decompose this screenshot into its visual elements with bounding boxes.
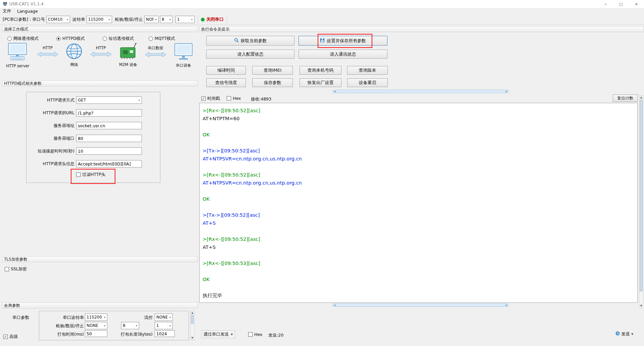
annotation-box-filter-http-checkbox [71, 169, 115, 184]
query-version-button[interactable]: 查询版本 [347, 66, 388, 75]
menu-language[interactable]: Language [17, 9, 38, 14]
scrollbar-thumb[interactable] [640, 100, 643, 291]
baud-select[interactable]: 115200 ▾ [87, 16, 112, 23]
server-address-input[interactable] [76, 122, 142, 129]
log-horizontal-scrollbar-bottom[interactable]: ◄ ► [333, 303, 508, 307]
mode-diagram: HTTP server HTTP 网络 HTTP M2M 设备 串口数据 串口设… [5, 43, 195, 76]
baud-label: 波特率 [72, 17, 85, 22]
toolbar-separator [227, 15, 227, 23]
parity-select[interactable]: NONE ▾ [144, 16, 159, 23]
query-imei-button[interactable]: 查询IMEI [252, 66, 293, 75]
global-databits-select[interactable]: 8 ▾ [121, 322, 139, 329]
scroll-up-icon[interactable]: ▲ [191, 311, 194, 315]
stopbits-select[interactable]: 1 ▾ [175, 16, 195, 23]
m2m-device-icon [119, 43, 137, 61]
minimize-icon[interactable]: ─ [598, 0, 613, 8]
scroll-left-icon[interactable]: ◄ [334, 304, 335, 306]
diagram-link-http-1: HTTP [37, 43, 58, 59]
menu-file[interactable]: 文件 [3, 8, 11, 14]
maximize-icon[interactable]: □ [613, 0, 629, 8]
diagram-link-http-2: HTTP [90, 43, 112, 59]
com-port-select[interactable]: COM10 ▾ [46, 16, 70, 23]
scroll-down-icon[interactable]: ▼ [639, 304, 643, 308]
send-via-serial-dropdown[interactable]: 通过串口发送 ▼ [201, 330, 235, 338]
window-controls: ─ □ × [598, 0, 644, 8]
menu-bar: 文件 Language [0, 8, 644, 14]
save-params-button[interactable]: 保存参数 [252, 78, 293, 87]
ssl-encrypt-checkbox[interactable]: SSL加密 [5, 266, 27, 272]
checkbox-unchecked-icon [227, 96, 231, 100]
query-build-time-button[interactable]: 编译时间 [206, 66, 246, 75]
log-output[interactable]: >[Rx<-][09:50:52][asc]AT+NTPTM=60 OK >[T… [199, 103, 638, 303]
title-bar: USR-CAT1 V1.1.4 ─ □ × [0, 0, 644, 8]
server-port-input[interactable] [76, 135, 142, 142]
radio-httpd-mode[interactable]: HTTPD模式 [56, 36, 85, 42]
http-method-select[interactable]: GET ▾ [76, 96, 142, 104]
get-current-params-button[interactable]: 获取当前参数 [206, 36, 294, 46]
section-header-httpd-params: HTTPD模式相关参数 [2, 80, 198, 86]
send-button[interactable]: 发送 ▼ [613, 330, 636, 338]
log-line: AT+NTPSVR=cn.ntp.org.cn,us.ntp.org.cn [203, 155, 637, 163]
chevron-down-icon: ▾ [134, 322, 139, 329]
section-header-work-mode: 选择工作模式 [2, 26, 198, 32]
checkbox-unchecked-icon [248, 332, 253, 337]
scroll-left-icon[interactable]: ◄ [334, 90, 335, 93]
close-icon[interactable]: × [629, 0, 644, 8]
log-line [203, 267, 637, 275]
log-line [203, 283, 637, 291]
flow-control-select[interactable]: NONE ▾ [155, 314, 173, 321]
http-url-label: HTTP请求的URL [20, 110, 74, 116]
timestamp-checkbox[interactable]: ✓ 时间戳 [201, 96, 220, 101]
close-serial-button[interactable]: 关闭串口 [201, 16, 224, 22]
scroll-up-icon[interactable]: ▲ [639, 95, 643, 99]
global-parity-select[interactable]: NONE ▾ [85, 322, 107, 329]
scroll-right-icon[interactable]: ► [506, 90, 507, 93]
serial-toolbar: [PC串口参数]：串口号 COM10 ▾ 波特率 115200 ▾ 检验/数据/… [0, 14, 644, 25]
pack-length-input[interactable] [155, 330, 175, 337]
global-stopbits-select[interactable]: 1 ▾ [155, 322, 173, 329]
log-line [203, 251, 637, 259]
log-vertical-scrollbar[interactable]: ▲ ▼ [639, 95, 643, 308]
http-url-input[interactable] [76, 109, 142, 117]
query-local-number-button[interactable]: 查询本机号码 [300, 66, 341, 75]
pack-time-label: 打包时间(ms) [44, 332, 84, 337]
radio-icon [103, 37, 107, 41]
section-header-tls: TLS加密参数 [2, 256, 198, 262]
device-restart-button[interactable]: 设备重启 [347, 78, 388, 87]
log-line: AT+NTPSVR=cn.ntp.org.cn,us.ntp.org.cn [203, 179, 637, 187]
checkbox-checked-icon: ✓ [3, 335, 8, 339]
log-line [203, 203, 637, 211]
advanced-checkbox[interactable]: ✓ 高级 [3, 334, 18, 340]
pack-time-input[interactable] [85, 330, 107, 337]
diagram-link-serial-data: 串口数据 [145, 43, 166, 59]
diagram-serial-device-node: 串口设备 [174, 43, 193, 68]
http-method-label: HTTP请求方式 [20, 97, 74, 103]
hex-display-checkbox[interactable]: Hex [227, 96, 241, 101]
chevron-down-icon: ▾ [167, 322, 172, 329]
pack-length-label: 打包长度(Bytes) [111, 332, 153, 337]
scroll-down-icon[interactable]: ▼ [191, 336, 194, 340]
chevron-down-icon: ▾ [107, 16, 112, 23]
enter-comm-state-button[interactable]: 进入通讯状态 [299, 50, 387, 59]
scroll-right-icon[interactable]: ► [506, 304, 507, 306]
log-line: OK [203, 195, 637, 203]
factory-reset-button[interactable]: 恢复出厂设置 [300, 78, 341, 87]
databits-select[interactable]: 8 ▾ [160, 16, 173, 23]
server-address-label: 服务器地址 [20, 123, 74, 129]
global-params-scrollbar[interactable]: ▲ ▼ [190, 310, 195, 340]
query-signal-strength-button[interactable]: 查信号强度 [206, 78, 246, 87]
scrollbar-thumb[interactable] [191, 315, 194, 324]
global-baud-select[interactable]: 115200 ▾ [85, 314, 107, 321]
radio-mqtt-mode[interactable]: MQTT模式 [149, 36, 175, 42]
send-hex-checkbox[interactable]: Hex [248, 332, 262, 337]
radio-sms-transparent-mode[interactable]: 短信透传模式 [103, 36, 134, 42]
log-line: >[Tx->][09:50:52][asc] [203, 211, 637, 219]
chevron-down-icon: ▾ [65, 16, 70, 23]
reset-counter-button[interactable]: 复位计数 [613, 94, 638, 102]
http-header-input[interactable] [76, 160, 142, 167]
log-horizontal-scrollbar-top[interactable]: ◄ ► [333, 90, 508, 93]
enter-config-state-button[interactable]: 进入配置状态 [206, 50, 294, 59]
chevron-down-icon: ▼ [231, 333, 233, 336]
short-conn-timeout-input[interactable] [76, 147, 142, 155]
radio-net-transparent-mode[interactable]: 网络透传模式 [7, 36, 39, 42]
